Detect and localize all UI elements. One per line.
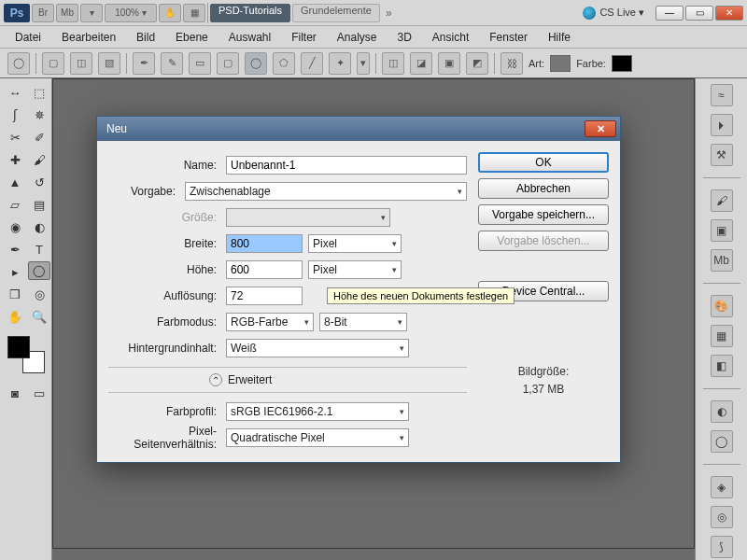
masks-panel-icon[interactable]: ◯ [711,430,733,453]
hand-icon[interactable]: ✋ [159,4,181,22]
menu-fenster[interactable]: Fenster [480,29,537,46]
polygon-shape-icon[interactable]: ⬠ [273,52,295,75]
style-swatch[interactable] [550,55,571,72]
menu-ansicht[interactable]: Ansicht [423,29,478,46]
bit-select[interactable]: 8-Bit▾ [319,313,407,331]
bridge-icon[interactable]: Br [32,4,54,22]
combine-add-icon[interactable]: ◫ [382,52,404,75]
hoehe-input[interactable] [226,260,303,279]
arrange-icon[interactable]: ▦ [183,4,205,22]
cslive-button[interactable]: CS Live ▾ [583,7,644,20]
adjust-panel-icon[interactable]: ◐ [711,400,733,423]
menu-3d[interactable]: 3D [388,29,421,46]
farbprofil-select[interactable]: sRGB IEC61966-2.1▾ [226,402,409,421]
color-swatch[interactable] [612,55,632,72]
menu-hilfe[interactable]: Hilfe [539,29,580,46]
menu-ebene[interactable]: Ebene [166,29,218,46]
clone-panel-icon[interactable]: ▣ [711,219,733,242]
link-icon[interactable]: ⛓ [500,52,523,75]
minimize-button[interactable]: — [655,6,684,21]
hand-tool-icon[interactable]: ✋ [4,306,26,327]
menu-analyse[interactable]: Analyse [328,29,387,46]
shape-layers-icon[interactable]: ▢ [42,52,64,75]
minibridge-panel-icon[interactable]: Mb [711,249,733,272]
dialog-titlebar[interactable]: Neu ✕ [97,117,620,141]
blur-tool-icon[interactable]: ◉ [4,217,26,237]
hintergrund-select[interactable]: Weiß▾ [226,339,409,357]
dialog-close-button[interactable]: ✕ [585,120,616,137]
gradient-tool-icon[interactable]: ▤ [28,194,50,215]
shape-preset-icon[interactable]: ◯ [7,52,30,75]
line-shape-icon[interactable]: ╱ [301,52,323,75]
menu-auswahl[interactable]: Auswahl [219,29,280,46]
dodge-tool-icon[interactable]: ◐ [28,217,50,237]
history-panel-icon[interactable]: ≈ [711,84,733,106]
menu-bearbeiten[interactable]: Bearbeiten [52,29,125,46]
screen-mode-icon[interactable]: ▾ [80,4,103,22]
tool-presets-icon[interactable]: ⚒ [711,144,733,166]
hoehe-unit-select[interactable]: Pixel▾ [308,260,402,279]
camera-tool-icon[interactable]: ◎ [28,284,50,304]
menu-filter[interactable]: Filter [282,29,326,46]
freeform-pen-icon[interactable]: ✎ [161,52,183,75]
paths-panel-icon[interactable]: ⟆ [711,536,733,558]
zoom-tool-icon[interactable]: 🔍 [28,306,50,327]
shape-options-icon[interactable]: ▾ [357,52,370,75]
save-preset-button[interactable]: Vorgabe speichern... [478,204,609,225]
aufloesung-input[interactable] [226,287,303,305]
erweitert-toggle[interactable]: ⌃Erweitert [209,373,467,386]
layers-panel-icon[interactable]: ◈ [711,476,733,498]
abbrechen-button[interactable]: Abbrechen [478,178,609,199]
maximize-button[interactable]: ▭ [685,6,713,21]
fgbg-swatch[interactable] [7,336,45,373]
3d-tool-icon[interactable]: ❒ [4,284,26,304]
breite-input[interactable] [226,234,303,253]
fill-pixels-icon[interactable]: ▧ [98,52,120,75]
quickmask-icon[interactable]: ◙ [4,383,26,403]
screenmode-icon[interactable]: ▭ [28,383,50,403]
workspace-tab-grund[interactable]: Grundelemente [292,4,380,22]
ok-button[interactable]: OK [478,152,609,173]
marquee-tool-icon[interactable]: ⬚ [28,82,50,103]
stamp-tool-icon[interactable]: ▲ [4,172,26,192]
color-panel-icon[interactable]: 🎨 [711,295,733,317]
path-sel-tool-icon[interactable]: ▸ [4,261,26,282]
pixelsv-select[interactable]: Quadratische Pixel▾ [226,428,409,447]
crop-tool-icon[interactable]: ✂ [4,127,26,147]
type-tool-icon[interactable]: T [28,239,50,259]
wand-tool-icon[interactable]: ✵ [28,105,50,125]
shape-tool-icon[interactable]: ◯ [28,261,50,280]
eyedropper-tool-icon[interactable]: ✐ [28,127,50,147]
zoom-selector[interactable]: 100% ▾ [105,4,157,22]
pen-tool-icon[interactable]: ✒ [4,239,26,259]
menu-bild[interactable]: Bild [127,29,164,46]
custom-shape-icon[interactable]: ✦ [329,52,351,75]
rect-shape-icon[interactable]: ▭ [189,52,211,75]
vorgabe-select[interactable]: Zwischenablage▾ [185,182,467,201]
heal-tool-icon[interactable]: ✚ [4,149,26,170]
eraser-tool-icon[interactable]: ▱ [4,194,26,215]
name-input[interactable] [226,156,467,175]
actions-panel-icon[interactable]: ⏵ [711,114,733,136]
brushes-panel-icon[interactable]: 🖌 [711,189,733,212]
more-workspaces-icon[interactable]: » [386,7,392,20]
paths-icon[interactable]: ◫ [70,52,92,75]
move-tool-icon[interactable]: ↔ [4,82,26,103]
brush-tool-icon[interactable]: 🖌 [28,149,50,170]
combine-int-icon[interactable]: ▣ [438,52,460,75]
combine-excl-icon[interactable]: ◩ [466,52,488,75]
roundrect-shape-icon[interactable]: ▢ [217,52,239,75]
breite-unit-select[interactable]: Pixel▾ [308,234,402,253]
history-brush-icon[interactable]: ↺ [28,172,50,192]
swatches-panel-icon[interactable]: ▦ [711,325,733,347]
menu-datei[interactable]: Datei [6,29,50,46]
lasso-tool-icon[interactable]: ʃ [4,105,26,125]
close-button[interactable]: ✕ [715,6,743,21]
minibridge-icon[interactable]: Mb [56,4,78,22]
channels-panel-icon[interactable]: ◎ [711,506,733,528]
pen-icon[interactable]: ✒ [133,52,155,75]
combine-sub-icon[interactable]: ◪ [410,52,432,75]
workspace-tab-psd[interactable]: PSD-Tutorials [210,4,290,22]
ellipse-shape-icon[interactable]: ◯ [245,52,267,75]
styles-panel-icon[interactable]: ◧ [711,355,733,377]
